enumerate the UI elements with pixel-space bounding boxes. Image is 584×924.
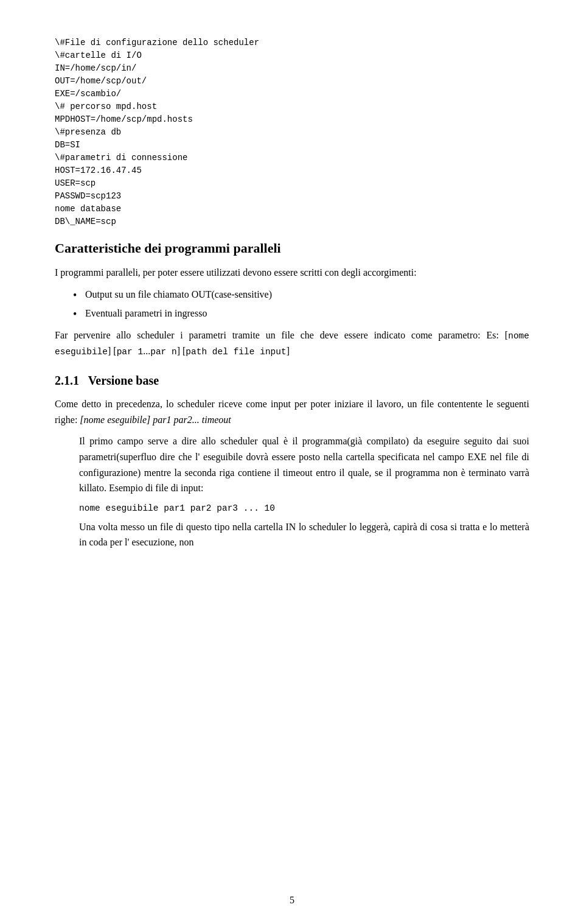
code-example-block: nome eseguibile par1 par2 par3 ... 10 <box>79 502 529 513</box>
section-intro: I programmi paralleli, per poter essere … <box>55 265 529 281</box>
subsection-heading: 2.1.1 Versione base <box>55 374 529 388</box>
bullet-item-2: Eventuali parametri in ingresso <box>73 306 529 321</box>
code-line-11: HOST=172.16.47.45 <box>55 166 142 175</box>
code-line-12: USER=scp <box>55 178 96 188</box>
page: \#File di configurazione dello scheduler… <box>0 0 584 924</box>
code-line-5: EXE=/scambio/ <box>55 89 121 99</box>
code-line-9: DB=SI <box>55 140 80 150</box>
code-line-13: PASSWD=scp123 <box>55 191 121 201</box>
subsection-paragraph-1: Come detto in precedenza, lo scheduler r… <box>55 396 529 427</box>
far-pervenire-text: Far pervenire allo scheduler i parametri… <box>55 327 529 359</box>
code-line-2: \#cartelle di I/O <box>55 51 142 60</box>
subsection-paragraph-2: Il primo campo serve a dire allo schedul… <box>55 433 529 495</box>
code-line-15: DB\_NAME=scp <box>55 217 116 226</box>
bullet-list: Output su un file chiamato OUT(case-sens… <box>73 287 529 321</box>
code-line-10: \#parametri di connessione <box>55 153 187 163</box>
code-line-14: nome database <box>55 204 121 214</box>
code-example: nome eseguibile par1 par2 par3 ... 10 <box>79 503 275 513</box>
subsection-paragraph-3: Una volta messo un file di questo tipo n… <box>55 519 529 550</box>
paragraph2-indent: Il primo campo serve a dire allo schedul… <box>79 433 529 495</box>
code-line-4: OUT=/home/scp/out/ <box>55 76 147 86</box>
section-heading: Caratteristiche dei programmi paralleli <box>55 240 529 256</box>
code-inline-parn: par n <box>150 347 177 357</box>
bullet-item-1: Output su un file chiamato OUT(case-sens… <box>73 287 529 303</box>
code-line-7: MPDHOST=/home/scp/mpd.hosts <box>55 114 193 124</box>
page-number: 5 <box>290 895 294 906</box>
code-block: \#File di configurazione dello scheduler… <box>55 37 529 228</box>
code-line-6: \# percorso mpd.host <box>55 102 157 111</box>
code-inline-par1: par 1 <box>117 347 144 357</box>
code-line-3: IN=/home/scp/in/ <box>55 63 136 73</box>
code-inline-path: path del file input <box>186 347 286 357</box>
code-line-1: \#File di configurazione dello scheduler <box>55 38 259 47</box>
code-line-8: \#presenza db <box>55 127 121 137</box>
input-file-format: [nome eseguibile] par1 par2... timeout <box>80 415 231 425</box>
paragraph3-indent: Una volta messo un file di questo tipo n… <box>79 519 529 550</box>
